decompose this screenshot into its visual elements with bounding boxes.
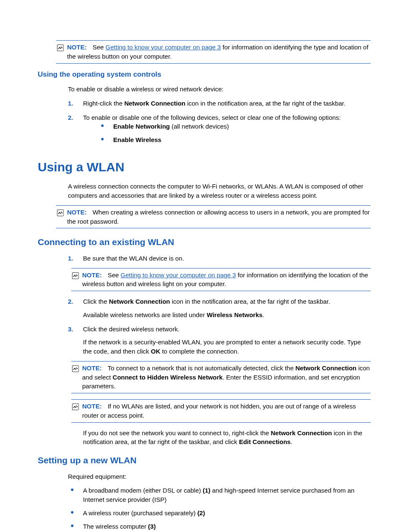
- paragraph-os-intro: To enable or disable a wireless or wired…: [68, 85, 371, 94]
- step-number: 1.: [68, 99, 83, 108]
- step-number: 3.: [68, 325, 83, 356]
- list-item: ●A wireless router (purchased separately…: [68, 509, 371, 518]
- step-number: 2.: [68, 113, 83, 149]
- paragraph-edit-connections: If you do not see the network you want t…: [83, 429, 371, 447]
- note-icon: [71, 364, 81, 375]
- step-item: 2. To enable or disable one of the follo…: [68, 113, 371, 149]
- note-box-3: NOTE:See Getting to know your computer o…: [71, 268, 371, 292]
- list-item: ●The wireless computer (3): [68, 522, 371, 531]
- steps-connect-cont: 2. Click the Network Connection icon in …: [68, 297, 371, 356]
- note-text-pre: See: [93, 44, 106, 51]
- note-content: NOTE:If no WLANs are listed, and your ne…: [82, 402, 371, 420]
- note-label: NOTE:: [82, 364, 102, 372]
- steps-os: 1. Right-click the Network Connection ic…: [68, 99, 371, 149]
- bullet-icon: ●: [68, 509, 83, 518]
- step-subtext: If the network is a security-enabled WLA…: [83, 338, 371, 356]
- step-item: 2. Click the Network Connection icon in …: [68, 297, 371, 320]
- bullet-icon: ●: [98, 135, 113, 145]
- note-box-1: NOTE:See Getting to know your computer o…: [56, 40, 371, 64]
- equipment-list: ●A broadband modem (either DSL or cable)…: [68, 486, 371, 531]
- note-box-4: NOTE:To connect to a network that is not…: [71, 361, 371, 393]
- step-number: 1.: [68, 254, 83, 263]
- heading-using-wlan: Using a WLAN: [38, 158, 371, 176]
- step-item: 3. Click the desired wireless network. I…: [68, 325, 371, 356]
- note-label: NOTE:: [67, 209, 87, 216]
- note-content: NOTE:See Getting to know your computer o…: [82, 271, 371, 289]
- note-box-2: NOTE:When creating a wireless connection…: [56, 205, 371, 229]
- heading-os-controls: Using the operating system controls: [38, 70, 371, 80]
- bullet-icon: ●: [68, 522, 83, 531]
- note-box-5: NOTE:If no WLANs are listed, and your ne…: [71, 399, 371, 423]
- option-item: ●Enable Networking (all network devices): [98, 122, 371, 131]
- steps-connect: 1. Be sure that the WLAN device is on.: [68, 254, 371, 263]
- note-icon: [56, 44, 65, 54]
- step-text: Click the Network Connection icon in the…: [83, 297, 371, 320]
- step-number: 2.: [68, 297, 83, 320]
- step-text: Right-click the Network Connection icon …: [83, 99, 371, 108]
- note-label: NOTE:: [82, 403, 102, 410]
- xref-link[interactable]: Getting to know your computer on page 3: [106, 44, 221, 51]
- step-text: Be sure that the WLAN device is on.: [83, 254, 371, 263]
- option-list: ●Enable Networking (all network devices)…: [98, 122, 371, 145]
- xref-link[interactable]: Getting to know your computer on page 3: [121, 271, 236, 279]
- step-item: 1. Right-click the Network Connection ic…: [68, 99, 371, 108]
- note-text: When creating a wireless connection or a…: [67, 209, 370, 225]
- note-content: NOTE:When creating a wireless connection…: [67, 208, 371, 226]
- note-content: NOTE:See Getting to know your computer o…: [67, 43, 371, 61]
- paragraph-wlan-intro: A wireless connection connects the compu…: [68, 182, 371, 200]
- note-icon: [71, 271, 81, 282]
- bullet-icon: ●: [68, 486, 83, 504]
- heading-connecting: Connecting to an existing WLAN: [38, 236, 371, 248]
- paragraph-required: Required equipment:: [68, 472, 371, 481]
- step-text: Click the desired wireless network. If t…: [83, 325, 371, 356]
- list-item: ●A broadband modem (either DSL or cable)…: [68, 486, 371, 504]
- note-label: NOTE:: [67, 44, 87, 51]
- step-item: 1. Be sure that the WLAN device is on.: [68, 254, 371, 263]
- step-subtext: Available wireless networks are listed u…: [83, 310, 371, 320]
- option-item: ●Enable Wireless: [98, 135, 371, 145]
- bullet-icon: ●: [98, 122, 113, 131]
- note-icon: [56, 209, 65, 220]
- heading-setup: Setting up a new WLAN: [38, 454, 371, 467]
- step-text: To enable or disable one of the followin…: [83, 113, 371, 149]
- note-icon: [71, 403, 81, 413]
- note-label: NOTE:: [82, 271, 102, 279]
- note-content: NOTE:To connect to a network that is not…: [82, 364, 371, 391]
